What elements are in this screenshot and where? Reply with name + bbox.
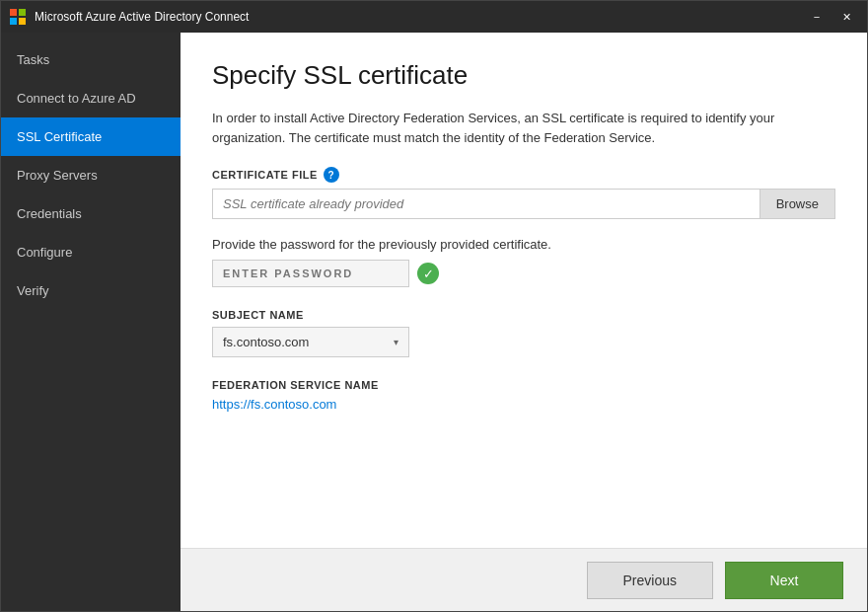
password-hint: Provide the password for the previously …: [212, 237, 835, 252]
next-button[interactable]: Next: [725, 562, 843, 599]
close-button[interactable]: ✕: [833, 7, 859, 27]
chevron-down-icon: ▾: [394, 337, 398, 347]
previous-button[interactable]: Previous: [587, 562, 713, 599]
federation-service-label: FEDERATION SERVICE NAME: [212, 379, 835, 391]
main-content: Specify SSL certificate In order to inst…: [181, 33, 867, 611]
window-controls: − ✕: [804, 7, 859, 27]
sidebar-item-verify[interactable]: Verify: [1, 271, 181, 310]
subject-name-value: fs.contoso.com: [223, 335, 309, 349]
app-window: Microsoft Azure Active Directory Connect…: [0, 0, 868, 612]
password-row: ✓: [212, 260, 835, 287]
window-title: Microsoft Azure Active Directory Connect: [35, 10, 804, 24]
certificate-file-label: CERTIFICATE FILE ?: [212, 167, 835, 183]
password-section: Provide the password for the previously …: [212, 237, 835, 287]
content-area: Tasks Connect to Azure AD SSL Certificat…: [1, 33, 867, 611]
minimize-button[interactable]: −: [804, 7, 830, 27]
browse-button[interactable]: Browse: [760, 189, 835, 219]
title-bar: Microsoft Azure Active Directory Connect…: [1, 1, 867, 33]
page-title: Specify SSL certificate: [212, 60, 835, 91]
page-description: In order to install Active Directory Fed…: [212, 109, 804, 147]
svg-rect-2: [10, 18, 17, 25]
footer: Previous Next: [181, 548, 867, 611]
password-input[interactable]: [212, 260, 409, 287]
sidebar-item-credentials[interactable]: Credentials: [1, 194, 181, 233]
app-icon: [9, 8, 27, 26]
sidebar-item-connect-azure-ad[interactable]: Connect to Azure AD: [1, 79, 181, 117]
subject-name-dropdown[interactable]: fs.contoso.com ▾: [212, 327, 409, 357]
main-body: Specify SSL certificate In order to inst…: [181, 33, 867, 548]
svg-rect-1: [19, 9, 26, 16]
federation-service-section: FEDERATION SERVICE NAME https://fs.conto…: [212, 379, 835, 412]
subject-name-label: SUBJECT NAME: [212, 309, 835, 321]
password-check-icon: ✓: [417, 263, 439, 284]
svg-rect-0: [10, 9, 17, 16]
certificate-file-row: Browse: [212, 189, 835, 219]
sidebar: Tasks Connect to Azure AD SSL Certificat…: [1, 33, 181, 611]
certificate-help-icon[interactable]: ?: [324, 167, 339, 183]
sidebar-item-tasks[interactable]: Tasks: [1, 40, 181, 79]
subject-name-section: SUBJECT NAME fs.contoso.com ▾: [212, 309, 835, 357]
svg-rect-3: [19, 18, 26, 25]
federation-service-url: https://fs.contoso.com: [212, 397, 835, 412]
sidebar-item-ssl-certificate[interactable]: SSL Certificate: [1, 117, 181, 156]
sidebar-item-configure[interactable]: Configure: [1, 233, 181, 271]
certificate-file-input[interactable]: [212, 189, 760, 219]
sidebar-item-proxy-servers[interactable]: Proxy Servers: [1, 156, 181, 194]
